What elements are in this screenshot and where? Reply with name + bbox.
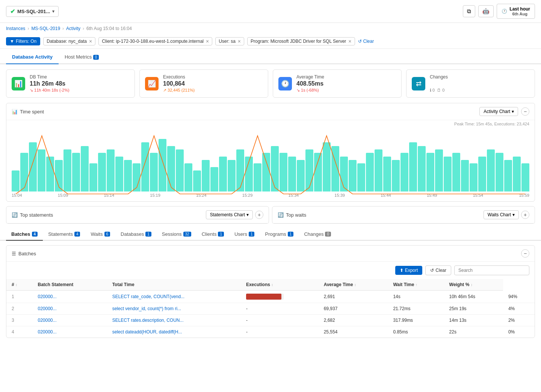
chart-bar[interactable] xyxy=(262,153,270,191)
chart-bar[interactable] xyxy=(409,142,417,191)
chart-bar[interactable] xyxy=(331,146,339,191)
chart-bar[interactable] xyxy=(461,160,469,191)
breadcrumb-activity[interactable]: Activity xyxy=(66,26,80,31)
chart-bar[interactable] xyxy=(46,157,54,191)
cell-statement[interactable]: select vendor_id, count(*) from ri... xyxy=(107,303,241,315)
filter-tag-program-remove[interactable]: × xyxy=(348,39,351,44)
chart-bar[interactable] xyxy=(115,157,123,191)
chart-bar[interactable] xyxy=(340,157,348,191)
chart-bar[interactable] xyxy=(521,163,529,191)
chart-bar[interactable] xyxy=(349,160,357,191)
chart-bar[interactable] xyxy=(314,153,322,191)
cell-id[interactable]: 020000... xyxy=(32,326,107,338)
cell-id[interactable]: 020000... xyxy=(32,315,107,326)
filters-on-button[interactable]: ▼ Filters: On xyxy=(6,37,40,45)
waits-chart-dropdown[interactable]: Waits Chart ▾ xyxy=(484,210,519,219)
data-tab-sessions[interactable]: Sessions 32 xyxy=(157,228,196,241)
clear-filters-button[interactable]: ↺ Clear xyxy=(358,39,374,44)
chart-bar[interactable] xyxy=(159,139,166,191)
chart-bar[interactable] xyxy=(210,167,218,191)
chart-bar[interactable] xyxy=(323,142,331,191)
chart-bar[interactable] xyxy=(280,153,287,191)
chart-bar[interactable] xyxy=(418,146,426,191)
export-button[interactable]: ⬆ Export xyxy=(395,266,423,275)
chart-bar[interactable] xyxy=(29,142,37,191)
chart-bar[interactable] xyxy=(470,163,478,191)
data-tab-waits[interactable]: Waits 6 xyxy=(85,228,115,241)
chart-bar[interactable] xyxy=(383,157,391,191)
search-input[interactable] xyxy=(454,265,529,275)
add-statements-button[interactable]: + xyxy=(255,211,263,219)
chart-bar[interactable] xyxy=(184,163,192,191)
data-tab-users[interactable]: Users 1 xyxy=(229,228,260,241)
chart-bar[interactable] xyxy=(513,157,521,191)
cell-statement[interactable]: SELECT rates.description, COUN... xyxy=(107,315,241,326)
chart-bar[interactable] xyxy=(193,170,201,191)
chart-bar[interactable] xyxy=(236,149,244,191)
chart-bar[interactable] xyxy=(55,160,63,191)
activity-chart-dropdown[interactable]: Activity Chart ▾ xyxy=(479,107,518,116)
chart-bar[interactable] xyxy=(20,153,28,191)
chart-bar[interactable] xyxy=(357,163,365,191)
data-tab-changes[interactable]: Changes 0 xyxy=(299,228,336,241)
chart-bar[interactable] xyxy=(38,149,45,191)
chart-bar[interactable] xyxy=(426,153,434,191)
chart-bar[interactable] xyxy=(89,163,97,191)
data-tab-databases[interactable]: Databases 1 xyxy=(115,228,157,241)
clear-table-button[interactable]: ↺ Clear xyxy=(425,265,451,275)
cell-statement[interactable]: select dateadd(HOUR, datediff(H... xyxy=(107,326,241,338)
data-tab-programs[interactable]: Programs 1 xyxy=(260,228,299,241)
chart-bar[interactable] xyxy=(98,153,106,191)
cell-statement[interactable]: SELECT rate_code, COUNT(vend... xyxy=(107,291,241,303)
data-tab-batches[interactable]: Batches 4 xyxy=(6,228,43,241)
data-tab-clients[interactable]: Clients 1 xyxy=(196,228,229,241)
chart-bar[interactable] xyxy=(366,153,374,191)
chart-bar[interactable] xyxy=(219,157,227,191)
chart-bar[interactable] xyxy=(72,153,80,191)
chart-bar[interactable] xyxy=(228,160,236,191)
chart-bar[interactable] xyxy=(297,160,305,191)
chart-bar[interactable] xyxy=(12,170,20,191)
chart-bar[interactable] xyxy=(504,160,512,191)
chart-bar[interactable] xyxy=(176,149,184,191)
chart-bar[interactable] xyxy=(107,149,115,191)
chart-bar[interactable] xyxy=(288,157,296,191)
chart-bar[interactable] xyxy=(487,149,495,191)
statements-chart-dropdown[interactable]: Statements Chart ▾ xyxy=(206,210,253,219)
chart-bar[interactable] xyxy=(271,146,279,191)
chart-bar[interactable] xyxy=(444,157,452,191)
filter-tag-user-remove[interactable]: × xyxy=(238,39,241,44)
chart-bar[interactable] xyxy=(478,157,486,191)
chart-bar[interactable] xyxy=(133,163,141,191)
cell-id[interactable]: 020000... xyxy=(32,291,107,303)
add-waits-button[interactable]: + xyxy=(521,211,529,219)
chart-bar[interactable] xyxy=(400,153,408,191)
last-hour-button[interactable]: 🕐 Last hour 6th Aug xyxy=(497,4,535,19)
chart-bar[interactable] xyxy=(63,149,71,191)
chart-bar[interactable] xyxy=(375,149,382,191)
chart-bar[interactable] xyxy=(435,149,443,191)
filter-tag-database-remove[interactable]: × xyxy=(89,39,92,44)
tab-database-activity[interactable]: Database Activity xyxy=(6,50,59,64)
instance-badge[interactable]: ✔ MS-SQL-201... ▾ xyxy=(6,6,59,17)
chart-bar[interactable] xyxy=(202,160,210,191)
filter-tag-client-remove[interactable]: × xyxy=(206,39,209,44)
collapse-batches-button[interactable]: − xyxy=(521,249,529,258)
collapse-chart-button[interactable]: − xyxy=(521,107,529,116)
chart-bar[interactable] xyxy=(124,160,132,191)
chart-bar[interactable] xyxy=(496,153,503,191)
breadcrumb-instances[interactable]: Instances xyxy=(6,26,25,31)
chart-bar[interactable] xyxy=(150,153,158,191)
chart-bar[interactable] xyxy=(245,157,253,191)
chart-bar[interactable] xyxy=(452,153,460,191)
data-tab-statements[interactable]: Statements 4 xyxy=(43,228,85,241)
breadcrumb-instance[interactable]: MS-SQL-2019 xyxy=(31,26,60,31)
copy-button[interactable]: ⧉ xyxy=(463,5,475,17)
tab-host-metrics[interactable]: Host Metrics 0 xyxy=(59,50,105,64)
chart-bar[interactable] xyxy=(392,160,400,191)
cell-id[interactable]: 020000... xyxy=(32,303,107,315)
chart-bar[interactable] xyxy=(254,163,261,191)
chart-bar[interactable] xyxy=(305,149,313,191)
chart-bar[interactable] xyxy=(167,146,175,191)
robot-button[interactable]: 🤖 xyxy=(478,5,494,17)
